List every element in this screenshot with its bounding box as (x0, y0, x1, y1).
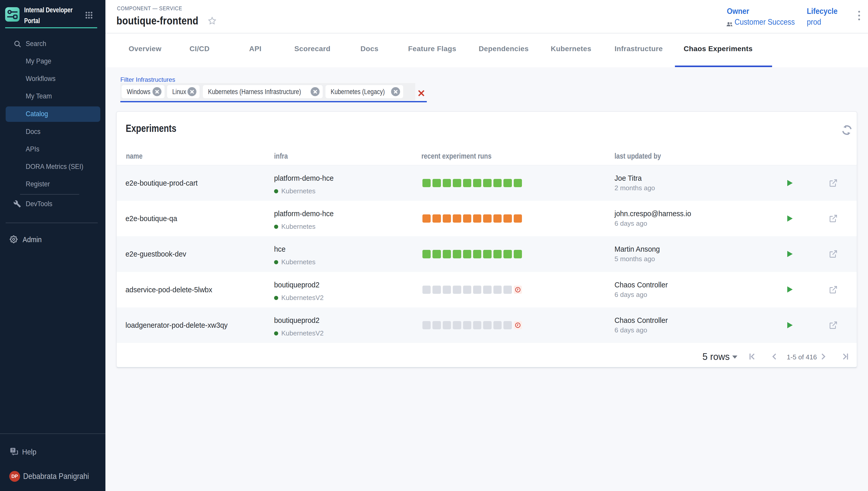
svg-text:?: ? (12, 448, 14, 452)
